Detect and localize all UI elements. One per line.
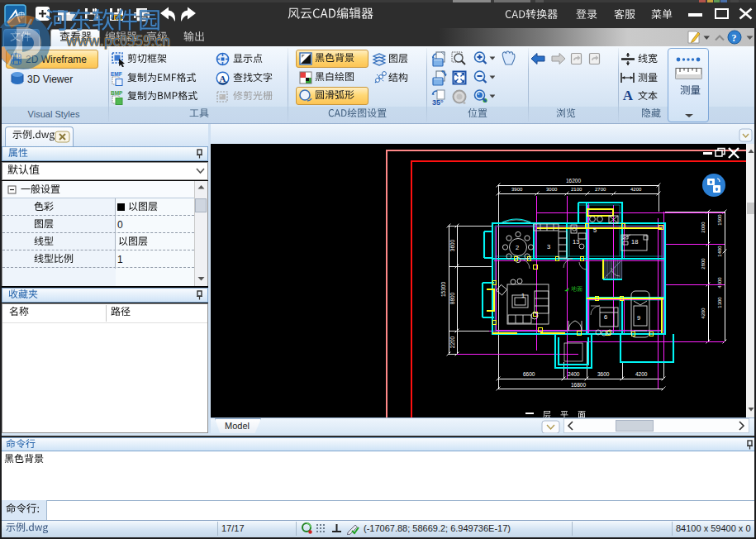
svg-text:A: A xyxy=(220,74,226,83)
svg-text:2400: 2400 xyxy=(568,371,580,377)
svg-text:3600: 3600 xyxy=(597,371,610,377)
svg-text:35°: 35° xyxy=(432,98,444,107)
svg-text:1300: 1300 xyxy=(717,297,722,308)
svg-text:4600: 4600 xyxy=(717,277,722,289)
svg-text:2100: 2100 xyxy=(571,187,582,192)
svg-text:16200: 16200 xyxy=(566,178,581,184)
svg-text:4200: 4200 xyxy=(701,308,706,319)
svg-text:3: 3 xyxy=(547,243,550,250)
svg-text:6: 6 xyxy=(604,313,607,321)
svg-text:15300: 15300 xyxy=(440,282,446,297)
svg-text:?: ? xyxy=(732,32,737,44)
svg-text:3600: 3600 xyxy=(449,239,455,251)
svg-text:2000: 2000 xyxy=(701,222,706,233)
svg-text:8800: 8800 xyxy=(449,292,455,304)
svg-text:2700: 2700 xyxy=(595,187,606,192)
svg-text:EMF: EMF xyxy=(111,71,122,77)
svg-text:5: 5 xyxy=(593,227,597,234)
svg-text:1500: 1500 xyxy=(717,214,722,226)
svg-text:4200: 4200 xyxy=(635,371,648,377)
svg-text:BMP: BMP xyxy=(111,90,123,96)
svg-text:16800: 16800 xyxy=(571,382,586,388)
svg-text:2200: 2200 xyxy=(449,336,455,348)
svg-text:1: 1 xyxy=(521,292,525,299)
svg-text:18: 18 xyxy=(631,238,638,246)
svg-text:3900: 3900 xyxy=(511,187,523,192)
svg-text:13: 13 xyxy=(573,238,579,246)
svg-text:2: 2 xyxy=(516,244,519,251)
svg-text:6600: 6600 xyxy=(523,371,535,377)
svg-text:4200: 4200 xyxy=(630,187,642,192)
svg-text:2800: 2800 xyxy=(701,258,706,270)
svg-text:1400: 1400 xyxy=(717,246,722,257)
svg-text:3000: 3000 xyxy=(546,187,558,192)
svg-text:9: 9 xyxy=(637,314,640,322)
